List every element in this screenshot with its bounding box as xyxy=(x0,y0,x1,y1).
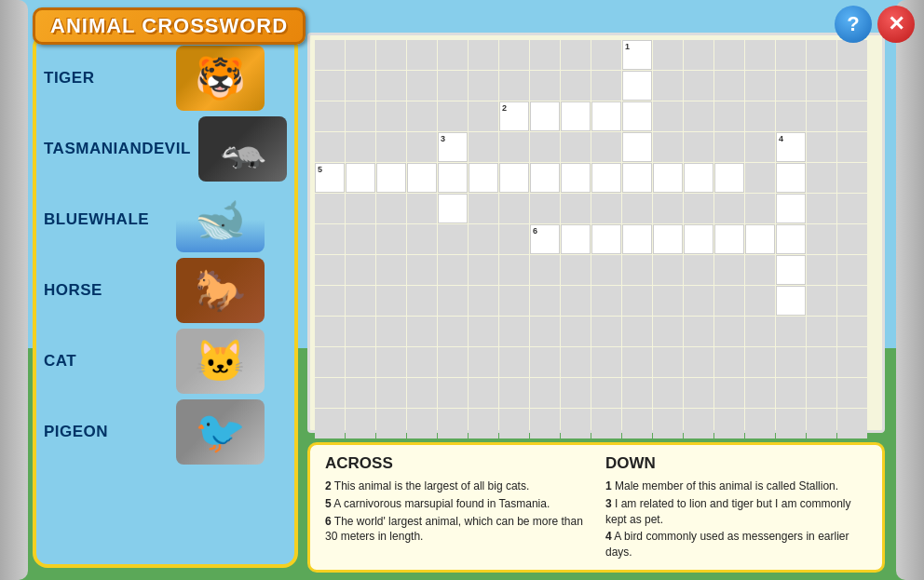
cell-r4-c8[interactable] xyxy=(561,163,591,193)
cell-r4-c13[interactable] xyxy=(714,163,744,193)
cell-empty-r2-c3 xyxy=(407,101,437,131)
cell-r4-c6[interactable] xyxy=(499,163,529,193)
animal-item-horse[interactable]: HORSE xyxy=(44,258,287,323)
cell-empty-r11-c12 xyxy=(684,378,713,408)
across-clues: ACROSS 2 This animal is the largest of a… xyxy=(325,454,587,560)
help-button[interactable]: ? xyxy=(835,6,872,43)
cell-empty-r5-c8 xyxy=(561,194,591,223)
cell-empty-r0-c9 xyxy=(591,40,621,70)
cell-empty-r10-c16 xyxy=(807,347,836,377)
crossword-grid: 123456 xyxy=(315,40,877,438)
cell-r4-c10[interactable] xyxy=(622,163,652,193)
cell-r4-c5[interactable] xyxy=(469,163,498,193)
cell-empty-r11-c14 xyxy=(745,378,775,408)
animal-item-tiger[interactable]: TIGER xyxy=(44,46,287,111)
cell-empty-r0-c4 xyxy=(438,40,468,70)
cell-empty-r10-c8 xyxy=(561,347,591,377)
cell-empty-r7-c17 xyxy=(837,255,867,285)
cell-r3-c15[interactable]: 4 xyxy=(776,132,806,162)
cell-empty-r0-c16 xyxy=(807,40,836,70)
cell-r6-c15[interactable] xyxy=(776,224,806,254)
cell-empty-r7-c16 xyxy=(807,255,836,285)
animal-item-bluewhale[interactable]: BLUEWHALE xyxy=(44,187,287,252)
cell-r6-c8[interactable] xyxy=(561,224,591,254)
cell-empty-r8-c8 xyxy=(561,286,591,316)
cell-empty-r10-c5 xyxy=(469,347,498,377)
cell-empty-r0-c14 xyxy=(745,40,775,70)
animal-label-tiger: TIGER xyxy=(44,69,165,88)
cell-empty-r0-c5 xyxy=(469,40,498,70)
cell-empty-r11-c1 xyxy=(346,378,375,408)
cell-r6-c9[interactable] xyxy=(591,224,621,254)
cell-r0-c10[interactable]: 1 xyxy=(622,40,652,70)
animal-item-pigeon[interactable]: PIGEON xyxy=(44,399,287,465)
cell-empty-r0-c0 xyxy=(315,40,345,70)
cell-empty-r9-c5 xyxy=(469,317,498,346)
cell-empty-r10-c17 xyxy=(837,347,867,377)
cell-r6-c7[interactable]: 6 xyxy=(530,224,560,254)
cell-empty-r4-c16 xyxy=(807,163,836,193)
animal-item-cat[interactable]: CAT xyxy=(44,329,287,394)
cell-empty-r0-c1 xyxy=(346,40,375,70)
cell-empty-r6-c5 xyxy=(469,224,498,254)
down-title: DOWN xyxy=(605,454,867,473)
cell-empty-r3-c3 xyxy=(407,132,437,162)
cell-r4-c0[interactable]: 5 xyxy=(315,163,345,193)
cell-r6-c11[interactable] xyxy=(653,224,683,254)
cell-r2-c9[interactable] xyxy=(591,101,621,131)
cell-empty-r9-c6 xyxy=(499,317,529,346)
cell-r4-c9[interactable] xyxy=(591,163,621,193)
cell-empty-r2-c17 xyxy=(837,101,867,131)
cell-empty-r2-c0 xyxy=(315,101,345,131)
cell-r4-c4[interactable] xyxy=(438,163,468,193)
cell-empty-r2-c15 xyxy=(776,101,806,131)
control-buttons: ? ✕ xyxy=(835,6,915,43)
close-button[interactable]: ✕ xyxy=(877,6,915,43)
cell-r1-c10[interactable] xyxy=(622,71,652,101)
cell-empty-r8-c10 xyxy=(622,286,652,316)
cell-empty-r3-c16 xyxy=(807,132,836,162)
cell-r4-c12[interactable] xyxy=(684,163,713,193)
cell-r4-c7[interactable] xyxy=(530,163,560,193)
cell-empty-r10-c14 xyxy=(745,347,775,377)
cell-r6-c13[interactable] xyxy=(714,224,744,254)
cell-empty-r8-c2 xyxy=(376,286,406,316)
cell-r4-c15[interactable] xyxy=(776,163,806,193)
cell-empty-r9-c8 xyxy=(561,317,591,346)
cell-empty-r10-c1 xyxy=(346,347,375,377)
cell-empty-r7-c9 xyxy=(591,255,621,285)
cell-empty-r11-c11 xyxy=(653,378,683,408)
cell-empty-r2-c4 xyxy=(438,101,468,131)
cell-empty-r1-c12 xyxy=(684,71,713,101)
cell-empty-r6-c0 xyxy=(315,224,345,254)
cell-r8-c15[interactable] xyxy=(776,286,806,316)
cell-r4-c2[interactable] xyxy=(376,163,406,193)
cell-r7-c15[interactable] xyxy=(776,255,806,285)
cell-r6-c12[interactable] xyxy=(684,224,713,254)
cell-empty-r2-c11 xyxy=(653,101,683,131)
cell-r2-c6[interactable]: 2 xyxy=(499,101,529,131)
cell-r4-c11[interactable] xyxy=(653,163,683,193)
cell-r6-c10[interactable] xyxy=(622,224,652,254)
cell-empty-r8-c13 xyxy=(714,286,744,316)
cell-r6-c14[interactable] xyxy=(745,224,775,254)
cell-empty-r3-c8 xyxy=(561,132,591,162)
cell-r4-c1[interactable] xyxy=(346,163,375,193)
cell-r2-c8[interactable] xyxy=(561,101,591,131)
cell-r3-c10[interactable] xyxy=(622,132,652,162)
cell-r3-c4[interactable]: 3 xyxy=(438,132,468,162)
cell-empty-r10-c13 xyxy=(714,347,744,377)
animal-item-tasdevil[interactable]: TASMANIANDEVIL xyxy=(44,116,287,182)
cell-empty-r7-c2 xyxy=(376,255,406,285)
cell-empty-r8-c5 xyxy=(469,286,498,316)
cell-empty-r12-c7 xyxy=(530,409,560,438)
cell-empty-r9-c1 xyxy=(346,317,375,346)
cell-r4-c3[interactable] xyxy=(407,163,437,193)
cell-empty-r7-c14 xyxy=(745,255,775,285)
cell-empty-r10-c2 xyxy=(376,347,406,377)
cell-empty-r12-c9 xyxy=(591,409,621,438)
cell-r2-c7[interactable] xyxy=(530,101,560,131)
cell-r5-c15[interactable] xyxy=(776,194,806,223)
cell-r5-c4[interactable] xyxy=(438,194,468,223)
cell-r2-c10[interactable] xyxy=(622,101,652,131)
